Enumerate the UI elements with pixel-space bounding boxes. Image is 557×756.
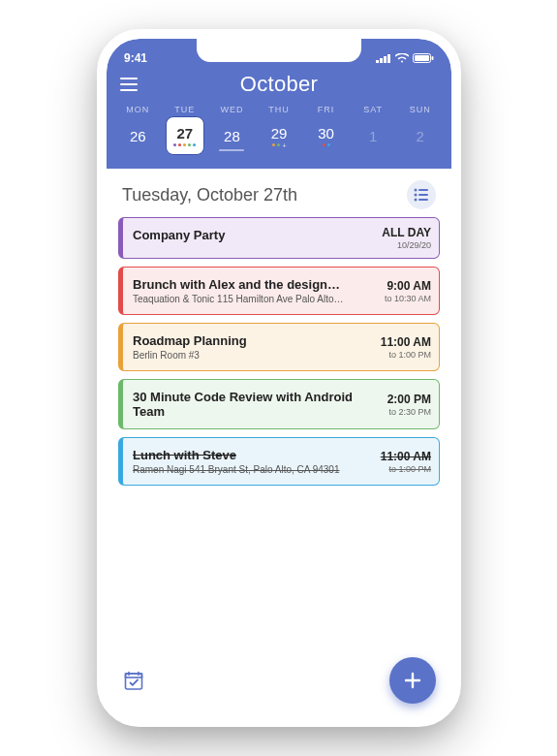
event-title: Roadmap Planning bbox=[133, 333, 357, 348]
svg-point-7 bbox=[415, 189, 418, 192]
day-number: 2 bbox=[417, 128, 424, 144]
event-time-secondary: to 1:00 PM bbox=[375, 350, 431, 360]
status-indicators bbox=[376, 53, 434, 63]
battery-icon bbox=[413, 53, 434, 63]
event-dots bbox=[323, 143, 330, 147]
svg-rect-8 bbox=[418, 189, 428, 191]
svg-point-9 bbox=[415, 194, 418, 197]
week-handle[interactable] bbox=[219, 149, 244, 151]
event-title: Company Party bbox=[133, 228, 357, 242]
day-number: 30 bbox=[318, 125, 334, 142]
event-card[interactable]: 30 Minute Code Review with Android Team2… bbox=[118, 379, 440, 429]
event-subtitle: Berlin Room #3 bbox=[133, 350, 357, 361]
event-time-secondary: to 1:00 PM bbox=[375, 464, 431, 474]
svg-rect-14 bbox=[126, 674, 142, 677]
event-card[interactable]: Lunch with SteveRamen Nagi 541 Bryant St… bbox=[118, 437, 440, 486]
weekday-label: SAT bbox=[350, 105, 397, 114]
calendar-check-icon[interactable] bbox=[122, 669, 145, 692]
view-toggle-button[interactable] bbox=[407, 180, 436, 209]
day-number: 1 bbox=[369, 128, 377, 144]
svg-rect-1 bbox=[380, 58, 383, 63]
week-row: 26 27 28 29 + bbox=[107, 114, 451, 159]
event-subtitle: Ramen Nagi 541 Bryant St, Palo Alto, CA … bbox=[133, 464, 357, 475]
add-event-button[interactable] bbox=[389, 657, 436, 704]
weekday-label: MON bbox=[114, 105, 162, 114]
svg-rect-5 bbox=[415, 55, 429, 61]
day-number: 26 bbox=[130, 128, 146, 144]
event-dots bbox=[173, 143, 196, 147]
event-time-primary: 2:00 PM bbox=[375, 393, 431, 406]
plus-icon bbox=[402, 670, 423, 691]
weekday-label: SUN bbox=[396, 105, 444, 114]
weekday-label: FRI bbox=[302, 105, 350, 114]
event-dots: + bbox=[272, 143, 285, 147]
event-time-secondary: 10/29/20 bbox=[375, 240, 431, 250]
event-time-secondary: to 10:30 AM bbox=[375, 294, 431, 303]
svg-rect-2 bbox=[384, 56, 387, 63]
svg-rect-13 bbox=[126, 674, 142, 689]
wifi-icon bbox=[395, 53, 409, 63]
phone-frame: 9:41 October MON TUE WED THU F bbox=[97, 29, 461, 727]
cellular-icon bbox=[376, 53, 391, 63]
svg-rect-6 bbox=[432, 56, 434, 60]
day-cell[interactable]: 30 bbox=[307, 116, 346, 155]
day-cell[interactable]: 29 + bbox=[260, 116, 298, 155]
day-cell[interactable]: 26 bbox=[118, 116, 157, 155]
weekday-label: WED bbox=[208, 105, 256, 114]
day-number: 28 bbox=[224, 128, 240, 144]
event-subtitle: Teaquation & Tonic 115 Hamilton Ave Palo… bbox=[133, 294, 357, 304]
event-time-primary: 11:00 AM bbox=[375, 335, 431, 349]
svg-point-11 bbox=[415, 199, 418, 202]
events-list: Company PartyALL DAY10/29/20Brunch with … bbox=[107, 217, 451, 486]
svg-rect-12 bbox=[418, 199, 428, 201]
day-cell[interactable]: 1 bbox=[354, 116, 392, 155]
weekday-label: TUE bbox=[162, 105, 209, 114]
day-heading: Tuesday, October 27th bbox=[122, 185, 297, 205]
weekday-labels: MON TUE WED THU FRI SAT SUN bbox=[107, 99, 451, 114]
month-title: October bbox=[107, 72, 451, 97]
event-title: Brunch with Alex and the design… bbox=[133, 277, 357, 292]
notch bbox=[197, 39, 361, 62]
day-number: 29 bbox=[271, 125, 288, 142]
event-time-primary: 11:00 AM bbox=[375, 450, 431, 463]
event-time-primary: 9:00 AM bbox=[375, 279, 431, 293]
day-cell[interactable]: 2 bbox=[401, 116, 440, 155]
event-time-secondary: to 2:30 PM bbox=[375, 407, 431, 417]
status-time: 9:41 bbox=[124, 51, 147, 65]
event-card[interactable]: Company PartyALL DAY10/29/20 bbox=[118, 217, 440, 259]
day-number: 27 bbox=[177, 125, 194, 142]
event-card[interactable]: Brunch with Alex and the design…Teaquati… bbox=[118, 267, 440, 315]
hamburger-menu-icon[interactable] bbox=[120, 74, 141, 95]
svg-rect-3 bbox=[387, 54, 390, 63]
svg-rect-10 bbox=[418, 194, 428, 196]
screen: 9:41 October MON TUE WED THU F bbox=[107, 39, 451, 717]
day-cell-selected[interactable]: 27 bbox=[166, 116, 204, 155]
day-body: Tuesday, October 27th Company PartyALL D… bbox=[107, 169, 451, 717]
weekday-label: THU bbox=[256, 105, 303, 114]
list-icon bbox=[414, 188, 429, 202]
event-title: 30 Minute Code Review with Android Team bbox=[133, 390, 357, 419]
event-time-primary: ALL DAY bbox=[375, 226, 431, 239]
day-cell[interactable]: 28 bbox=[212, 116, 251, 155]
event-title: Lunch with Steve bbox=[133, 448, 357, 462]
event-card[interactable]: Roadmap PlanningBerlin Room #311:00 AMto… bbox=[118, 323, 440, 371]
svg-rect-0 bbox=[376, 60, 379, 63]
